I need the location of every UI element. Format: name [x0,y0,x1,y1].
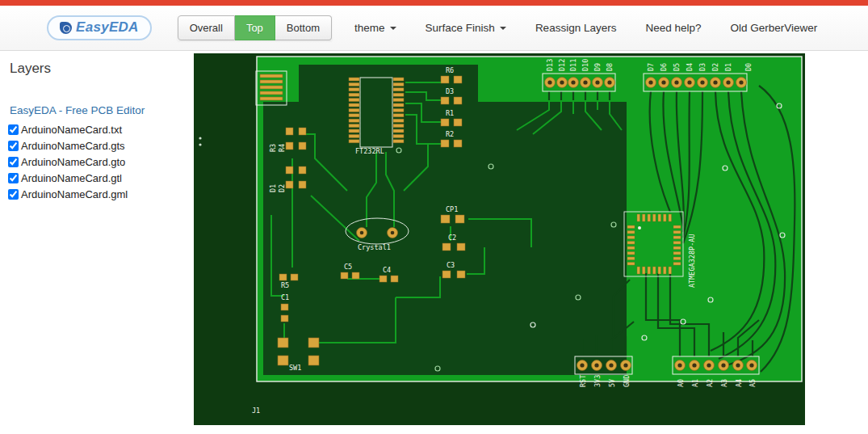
ft232rl-label: FT232RL [355,147,384,155]
layers-panel: Layers EasyEDA - Free PCB Editor Arduino… [0,51,194,425]
via [199,137,201,139]
logo-text: EasyEDA [76,19,139,36]
reassign-layers-button[interactable]: Reassign Layers [535,22,617,34]
pin-label-d10: D10 [581,59,589,71]
via [199,143,201,145]
easyeda-logo-icon [60,22,72,34]
pin-label-a3: A3 [720,379,728,387]
surface-finish-menu[interactable]: Surface Finish [426,22,506,34]
d3-label: D3 [446,87,454,95]
top-accent-bar [0,0,868,6]
c5-label: C5 [344,263,352,271]
sw1-label: SW1 [289,364,301,372]
pin-label-d0: D0 [744,63,753,71]
pin-label-d12: D12 [558,59,566,71]
toolbar-menu: theme Surface Finish Reassign Layers Nee… [354,22,817,34]
toolbar: EasyEDA Overall Top Bottom theme Surface… [0,6,868,51]
r4-label: R4 [278,144,286,152]
pin-label-d5: D5 [673,63,681,71]
chevron-down-icon [390,27,396,30]
pin-label-a4: A4 [735,379,743,387]
layer-row-gto: ArduinoNameCard.gto [8,154,186,170]
need-help-link[interactable]: Need help? [645,22,701,34]
layer-row-gtl: ArduinoNameCard.gtl [8,170,186,186]
reassign-layers-label: Reassign Layers [535,22,617,34]
cp1-label: CP1 [446,205,458,213]
chevron-down-icon [500,27,506,30]
top-view-button[interactable]: Top [235,15,275,40]
layer-label-gtl: ArduinoNameCard.gtl [21,172,122,184]
layer-checkbox-gml[interactable] [8,189,19,200]
easyeda-logo[interactable]: EasyEDA [47,15,152,40]
c4-label: C4 [383,266,391,274]
r6-label: R6 [446,66,454,74]
pin-label-rst: RST [579,375,587,387]
r3-label: R3 [269,144,277,152]
crystal1-label: Crystal1 [358,243,391,251]
c1-label: C1 [281,293,289,301]
pin-label-5v: 5V [608,379,616,387]
surface-finish-label: Surface Finish [426,22,495,34]
edge-connector [256,71,287,105]
layer-row-txt: ArduinoNameCard.txt [8,121,186,137]
layer-row-gts: ArduinoNameCard.gts [8,137,186,154]
pin-label-d3: D3 [698,63,707,71]
r1-label: R1 [446,109,454,117]
need-help-label: Need help? [645,22,701,34]
overall-view-button[interactable]: Overall [178,15,235,40]
bottom-view-button[interactable]: Bottom [275,15,332,40]
view-button-group: Overall Top Bottom [178,15,332,40]
r5-label: R5 [281,281,289,289]
pin-label-a5: A5 [748,379,757,387]
d2-label: D2 [278,184,286,192]
c3-label: C3 [447,261,455,269]
r2-label: R2 [446,130,454,138]
layers-panel-title: Layers [10,61,186,77]
pcb-render: FT232RL R6 D3 R1 R2 [194,53,805,425]
pin-label-a0: A0 [677,379,685,387]
gerber-canvas[interactable]: FT232RL R6 D3 R1 R2 [194,53,805,425]
layer-checkbox-txt[interactable] [8,124,19,135]
pin-label-d7: D7 [647,63,655,71]
theme-menu-label: theme [354,22,385,34]
layer-checkbox-gto[interactable] [8,157,19,167]
easyeda-editor-link[interactable]: EasyEDA - Free PCB Editor [10,104,186,116]
mcu-label: ATMEGA328P-AU [688,234,696,288]
layer-label-gts: ArduinoNameCard.gts [21,140,125,152]
pin-label-a1: A1 [691,379,699,387]
j1-label: J1 [252,407,260,415]
old-gerberviewer-link[interactable]: Old GerberViewer [731,22,818,34]
pin-label-d1: D1 [724,63,732,71]
pin-label-d9: D9 [593,63,602,71]
layer-label-gto: ArduinoNameCard.gto [21,156,125,168]
layer-row-gml: ArduinoNameCard.gml [8,186,186,202]
old-gerberviewer-label: Old GerberViewer [731,22,818,34]
pin-label-d11: D11 [569,59,577,71]
pin-label-3v3: 3V3 [593,375,602,387]
pin-label-d2: D2 [711,63,719,71]
pin-label-d8: D8 [606,63,614,71]
pin-label-gnd: GND [623,375,631,387]
pin-label-a2: A2 [706,379,714,387]
layer-label-gml: ArduinoNameCard.gml [21,188,128,200]
main-content: Layers EasyEDA - Free PCB Editor Arduino… [0,51,868,425]
theme-menu[interactable]: theme [354,22,396,34]
layer-label-txt: ArduinoNameCard.txt [21,124,122,136]
d1-label: D1 [269,184,277,192]
layer-checkbox-gts[interactable] [8,141,19,151]
layer-checkbox-gtl[interactable] [8,173,19,183]
pin-label-d4: D4 [686,63,694,71]
pin-label-d13: D13 [546,59,554,71]
logo-cloud: EasyEDA [47,15,152,40]
pin-label-d6: D6 [660,63,668,71]
c2-label: C2 [448,234,456,242]
